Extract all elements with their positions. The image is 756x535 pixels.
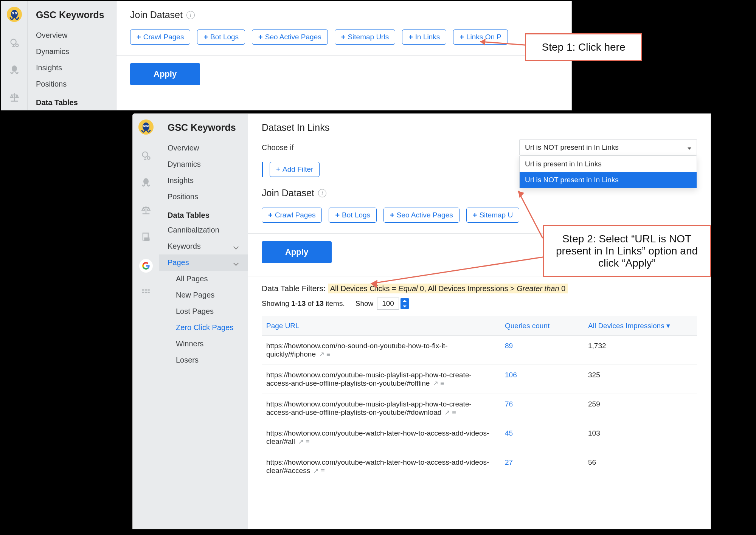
sidebar-sub-new-pages[interactable]: New Pages: [159, 287, 248, 303]
dropdown-option-present[interactable]: Url is present in In Links: [520, 156, 697, 172]
sidebar-item-dynamics[interactable]: Dynamics: [159, 156, 248, 172]
open-link-icon[interactable]: ↗: [313, 467, 319, 475]
sidebar-item-positions[interactable]: Positions: [28, 76, 116, 92]
sidebar: GSC Keywords Overview Dynamics Insights …: [28, 1, 116, 110]
sidebar-sub-winners[interactable]: Winners: [159, 336, 248, 352]
dataset-in-links-title: Dataset In Links: [262, 122, 697, 133]
chevron-down-icon: [234, 242, 239, 251]
cell-queries[interactable]: 89: [500, 336, 584, 365]
row-menu-icon[interactable]: ≡: [452, 409, 456, 416]
sidebar-item-dynamics[interactable]: Dynamics: [28, 43, 116, 60]
cell-queries[interactable]: 76: [500, 394, 584, 423]
google-g-icon[interactable]: [139, 259, 153, 273]
col-page-url[interactable]: Page URL: [262, 316, 500, 336]
sidebar-sub-all-pages[interactable]: All Pages: [159, 271, 248, 287]
sidebar-item-positions[interactable]: Positions: [159, 189, 248, 205]
page-size-stepper[interactable]: [401, 298, 409, 309]
sidebar-item-overview[interactable]: Overview: [159, 140, 248, 156]
sidebar-item-cannibalization[interactable]: Cannibalization: [28, 109, 116, 110]
open-link-icon[interactable]: ↗: [433, 380, 438, 387]
chip-sitemap-urls[interactable]: +Sitemap Urls: [335, 29, 395, 45]
dropdown-option-not-present[interactable]: Url is NOT present in In Links: [520, 172, 697, 188]
svg-rect-35: [142, 292, 144, 293]
chip-seo-active-pages[interactable]: +Seo Active Pages: [383, 208, 459, 223]
sidebar-title: GSC Keywords: [159, 122, 248, 140]
results-table: Page URL Queries count All Devices Impre…: [262, 316, 697, 481]
sidebar-item-keywords[interactable]: Keywords: [159, 238, 248, 254]
sidebar-item-insights[interactable]: Insights: [159, 172, 248, 189]
cell-url: https://howtonow.com/youtube-watch-later…: [262, 452, 500, 481]
apply-button[interactable]: Apply: [130, 63, 200, 85]
octopus-icon[interactable]: [9, 65, 20, 77]
sidebar-sub-lost-pages[interactable]: Lost Pages: [159, 303, 248, 319]
svg-point-1: [11, 10, 18, 18]
chip-links-on-page[interactable]: +Links On P: [453, 29, 508, 45]
cell-queries[interactable]: 106: [500, 365, 584, 394]
sidebar-item-pages[interactable]: Pages: [159, 254, 248, 271]
sidebar-sub-losers[interactable]: Losers: [159, 352, 248, 368]
chip-crawl-pages[interactable]: +Crawl Pages: [130, 29, 190, 45]
plus-icon: +: [459, 33, 464, 41]
sidebar-item-insights[interactable]: Insights: [28, 60, 116, 76]
caret-down-icon: [688, 143, 691, 152]
table-row: https://howtonow.com/youtube-music-playl…: [262, 365, 697, 394]
grid-blocks-icon[interactable]: [141, 288, 151, 299]
choose-if-label: Choose if: [262, 143, 294, 152]
sidebar-section-data-tables: Data Tables: [159, 205, 248, 222]
open-link-icon[interactable]: ↗: [444, 409, 450, 416]
sidebar-2: GSC Keywords Overview Dynamics Insights …: [159, 114, 248, 529]
plus-icon: +: [408, 33, 413, 41]
info-icon[interactable]: i: [186, 11, 195, 19]
svg-rect-37: [147, 292, 149, 293]
row-menu-icon[interactable]: ≡: [321, 467, 325, 475]
log-file-icon[interactable]: LOG: [141, 232, 151, 244]
show-label: Show: [355, 299, 374, 308]
join-dataset-title-2: Join Dataset i: [262, 188, 697, 198]
sidebar-sub-zero-click[interactable]: Zero Click Pages: [159, 319, 248, 336]
table-row: https://howtonow.com/youtube-music-playl…: [262, 394, 697, 423]
join-dataset-title: Join Dataset i: [130, 9, 558, 20]
cell-url: https://howtonow.com/no-sound-on-youtube…: [262, 336, 500, 365]
chip-bot-logs[interactable]: +Bot Logs: [329, 208, 377, 223]
add-filter-button[interactable]: + Add Filter: [270, 162, 320, 177]
svg-point-8: [12, 65, 17, 71]
plus-icon: +: [473, 211, 477, 219]
cell-queries[interactable]: 27: [500, 452, 584, 481]
seo-bulb-icon[interactable]: [141, 150, 151, 162]
pager-row: Showing 1-13 of 13 items. Show 100: [262, 298, 697, 310]
scale-icon[interactable]: [9, 92, 20, 104]
chip-in-links[interactable]: +In Links: [402, 29, 446, 45]
cell-queries[interactable]: 45: [500, 423, 584, 452]
octopus-icon[interactable]: [141, 177, 151, 189]
svg-point-6: [11, 39, 16, 45]
sidebar-item-cannibalization[interactable]: Cannibalization: [159, 222, 248, 238]
cell-url: https://howtonow.com/youtube-music-playl…: [262, 394, 500, 423]
main-bottom: Dataset In Links Choose if Url is NOT pr…: [248, 114, 711, 529]
cell-impressions: 1,732: [584, 336, 697, 365]
sidebar-item-overview[interactable]: Overview: [28, 27, 116, 43]
row-menu-icon[interactable]: ≡: [440, 380, 444, 387]
row-menu-icon[interactable]: ≡: [326, 350, 331, 358]
chip-sitemap-urls[interactable]: +Sitemap U: [466, 208, 519, 223]
row-menu-icon[interactable]: ≡: [306, 438, 310, 445]
open-link-icon[interactable]: ↗: [319, 350, 324, 358]
chip-seo-active-pages[interactable]: +Seo Active Pages: [252, 29, 328, 45]
svg-point-24: [144, 126, 145, 127]
svg-point-26: [142, 152, 147, 157]
chip-crawl-pages[interactable]: +Crawl Pages: [262, 208, 322, 223]
data-table-filters-row: Data Table Filters: All Devices Clicks =…: [262, 284, 697, 293]
plus-icon: +: [258, 33, 263, 41]
open-link-icon[interactable]: ↗: [298, 438, 304, 445]
cell-url: https://howtonow.com/youtube-watch-later…: [262, 423, 500, 452]
apply-button-2[interactable]: Apply: [262, 241, 332, 263]
col-queries[interactable]: Queries count: [500, 316, 584, 336]
col-impressions[interactable]: All Devices Impressions ▾: [584, 316, 697, 336]
cell-impressions: 103: [584, 423, 697, 452]
seo-bulb-icon[interactable]: [9, 37, 20, 50]
scale-icon[interactable]: [141, 205, 151, 217]
chip-bot-logs[interactable]: +Bot Logs: [197, 29, 245, 45]
info-icon[interactable]: i: [318, 189, 326, 197]
choose-if-select[interactable]: Url is NOT present in In Links: [519, 139, 697, 156]
sidebar-section-data-tables: Data Tables: [28, 92, 116, 109]
page-size-value[interactable]: 100: [377, 298, 399, 310]
